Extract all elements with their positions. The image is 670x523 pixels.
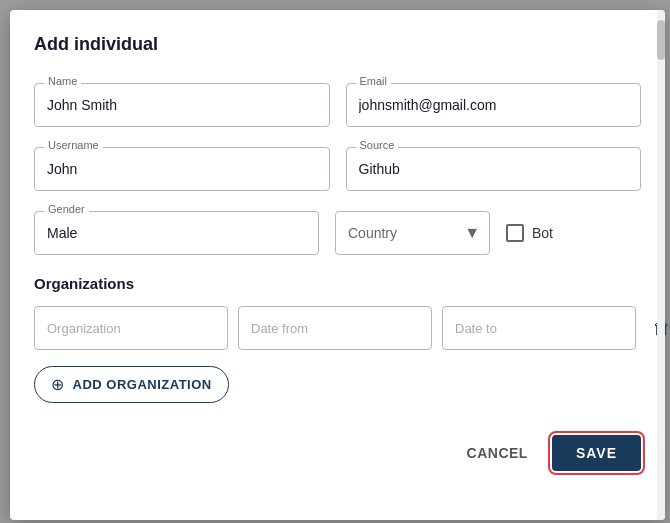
username-field-group: Username (34, 147, 330, 191)
email-input[interactable] (346, 83, 642, 127)
organizations-title: Organizations (34, 275, 641, 292)
add-org-label: ADD ORGANIZATION (73, 377, 212, 392)
source-field-group: Source (346, 147, 642, 191)
name-email-row: Name Email (34, 83, 641, 127)
username-source-row: Username Source (34, 147, 641, 191)
gender-country-row: Gender Country United States United King… (34, 211, 641, 255)
org-row: 🗑 (34, 306, 641, 350)
cancel-button[interactable]: CANCEL (459, 435, 536, 471)
organization-input[interactable] (34, 306, 228, 350)
name-label: Name (44, 75, 81, 87)
country-select-group: Country United States United Kingdom Can… (335, 211, 490, 255)
save-button[interactable]: SAVE (552, 435, 641, 471)
add-individual-dialog: Add individual Name Email Username Sourc… (10, 10, 665, 520)
add-circle-icon: ⊕ (51, 375, 65, 394)
username-input[interactable] (34, 147, 330, 191)
add-organization-button[interactable]: ⊕ ADD ORGANIZATION (34, 366, 229, 403)
country-dropdown[interactable]: Country United States United Kingdom Can… (335, 211, 490, 255)
name-field-group: Name (34, 83, 330, 127)
overlay: Add individual Name Email Username Sourc… (0, 0, 670, 523)
source-label: Source (356, 139, 399, 151)
dialog-footer: CANCEL SAVE (34, 427, 641, 471)
username-label: Username (44, 139, 103, 151)
gender-field-group: Gender (34, 211, 319, 255)
dialog-title: Add individual (34, 34, 641, 55)
gender-input[interactable] (34, 211, 319, 255)
date-from-input[interactable] (238, 306, 432, 350)
scrollbar[interactable] (657, 10, 665, 520)
scrollbar-thumb (657, 20, 665, 60)
email-label: Email (356, 75, 392, 87)
bot-label: Bot (532, 225, 553, 241)
name-input[interactable] (34, 83, 330, 127)
email-field-group: Email (346, 83, 642, 127)
bot-section: Bot (506, 224, 641, 242)
gender-label: Gender (44, 203, 89, 215)
date-to-input[interactable] (442, 306, 636, 350)
source-input[interactable] (346, 147, 642, 191)
bot-checkbox[interactable] (506, 224, 524, 242)
